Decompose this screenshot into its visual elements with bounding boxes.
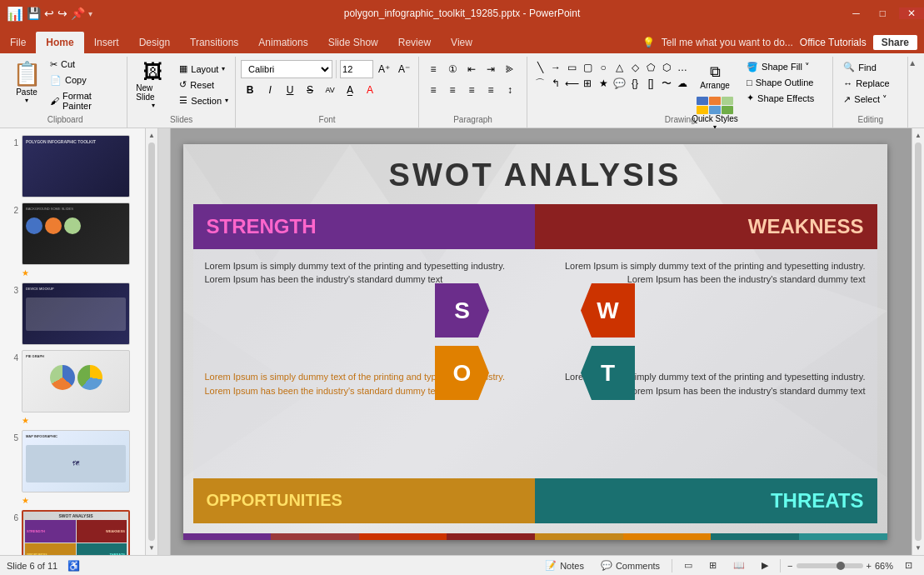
underline-button[interactable]: U (281, 81, 299, 99)
shape-rounded-rect[interactable]: ▢ (580, 60, 595, 75)
fit-window-button[interactable]: ⊡ (900, 558, 917, 572)
shape-triangle[interactable]: △ (612, 60, 627, 75)
select-button[interactable]: ↗Select ˅ (840, 92, 901, 107)
line-spacing-button[interactable]: ↕ (501, 81, 519, 99)
slide-thumb-4[interactable]: 4 PIE GRAPH ★ (5, 350, 140, 425)
align-center-button[interactable]: ≡ (443, 81, 462, 99)
zoom-slider[interactable] (797, 563, 863, 568)
normal-view-button[interactable]: ▭ (679, 558, 697, 572)
format-painter-button[interactable]: 🖌Format Painter (47, 89, 123, 112)
new-slide-button[interactable]: 🖼 New Slide ▾ (131, 57, 176, 112)
section-button[interactable]: ☰Section▾ (176, 93, 232, 108)
shape-hexa[interactable]: ⬡ (659, 60, 674, 75)
redo-icon[interactable]: ↪ (57, 7, 67, 20)
decrease-indent-button[interactable]: ⇤ (462, 60, 481, 78)
slide-thumb-3[interactable]: 3 DEVICE MOCKUP (5, 282, 140, 345)
close-button[interactable]: ✕ (899, 8, 924, 19)
shape-oval[interactable]: ○ (596, 60, 611, 75)
arrange-button[interactable]: ⧉ Arrange (690, 60, 740, 93)
slide-sorter-button[interactable]: ⊞ (704, 558, 722, 572)
zoom-thumb[interactable] (837, 562, 845, 570)
tab-insert[interactable]: Insert (84, 32, 129, 53)
share-button[interactable]: Share (873, 35, 917, 50)
justify-button[interactable]: ≡ (482, 81, 500, 99)
shape-connector[interactable]: ⟵ (564, 76, 579, 91)
bullets-button[interactable]: ≡ (424, 60, 442, 78)
ribbon-collapse-button[interactable]: ▲ (908, 58, 917, 68)
smallcaps-button[interactable]: AV (321, 81, 339, 99)
shape-penta[interactable]: ⬠ (643, 60, 658, 75)
reset-button[interactable]: ↺Reset (176, 78, 232, 92)
shape-outline-button[interactable]: □Shape Outline (743, 76, 835, 89)
pin-icon[interactable]: 📌 (71, 7, 85, 20)
increase-indent-button[interactable]: ⇥ (482, 60, 500, 78)
maximize-button[interactable]: □ (873, 8, 892, 19)
find-button[interactable]: 🔍Find (840, 60, 901, 74)
reading-view-button[interactable]: 📖 (728, 558, 750, 572)
slide-thumb-6[interactable]: 6 SWOT ANALYSIS STRENGTH WEAKNESS OPPORT… (5, 510, 140, 555)
replace-button[interactable]: ↔Replace (840, 77, 901, 90)
shape-rect[interactable]: ▭ (564, 60, 579, 75)
tab-home[interactable]: Home (36, 32, 83, 53)
shape-wave[interactable]: 〜 (659, 76, 674, 91)
tab-slideshow[interactable]: Slide Show (318, 32, 388, 53)
slide-panel-scrollbar[interactable]: ▲ ▼ (146, 128, 158, 555)
slide-thumb-2[interactable]: 2 BACKGROUND SOME SLIDES ★ (5, 202, 140, 278)
shape-more[interactable]: … (675, 60, 690, 75)
office-tutorials-link[interactable]: Office Tutorials (800, 37, 867, 48)
layout-button[interactable]: ▦Layout▾ (176, 62, 232, 76)
slide-thumb-5[interactable]: 5 MAP INFOGRAPHIC 🗺 ★ (5, 430, 140, 505)
tell-me-search[interactable]: Tell me what you want to do... (662, 37, 793, 48)
shape-callout[interactable]: 💬 (612, 76, 627, 91)
shape-block[interactable]: ⊞ (580, 76, 595, 91)
font-size-input[interactable] (340, 60, 373, 78)
align-left-button[interactable]: ≡ (424, 81, 442, 99)
align-right-button[interactable]: ≡ (462, 81, 481, 99)
scroll-up-arrow[interactable]: ▲ (148, 132, 155, 139)
zoom-in-button[interactable]: + (867, 561, 872, 571)
shape-bracket[interactable]: [] (643, 76, 658, 91)
scroll-down-arrow[interactable]: ▼ (148, 544, 155, 552)
tab-design[interactable]: Design (129, 32, 180, 53)
slide-thumb-1[interactable]: 1 POLYGON INFOGRAPHIC TOOLKIT (5, 135, 140, 198)
copy-button[interactable]: 📄Copy (47, 73, 123, 88)
italic-button[interactable]: I (261, 81, 279, 99)
shape-diamond[interactable]: ◇ (627, 60, 642, 75)
minimize-button[interactable]: ─ (846, 8, 867, 19)
shape-line[interactable]: ╲ (532, 60, 547, 75)
main-scroll-down[interactable]: ▼ (915, 544, 922, 552)
main-scroll-thumb[interactable] (915, 142, 922, 541)
zoom-out-button[interactable]: − (787, 561, 792, 571)
columns-button[interactable]: ⫸ (501, 60, 519, 78)
increase-font-button[interactable]: A⁺ (375, 60, 393, 78)
tab-review[interactable]: Review (388, 32, 441, 53)
shape-bend[interactable]: ↰ (548, 76, 563, 91)
cut-button[interactable]: ✂Cut (47, 58, 123, 72)
decrease-font-button[interactable]: A⁻ (395, 60, 413, 78)
font-color-button[interactable]: A (361, 81, 379, 99)
dropdown-icon[interactable]: ▾ (88, 9, 92, 18)
comments-button[interactable]: 💬 Comments (596, 558, 665, 572)
slideshow-button[interactable]: ▶ (757, 558, 773, 572)
scroll-thumb[interactable] (148, 142, 155, 541)
font-family-select[interactable]: Calibri (241, 60, 332, 78)
main-scrollbar[interactable]: ▲ ▼ (912, 128, 924, 555)
shape-cloud[interactable]: ☁ (675, 76, 690, 91)
numbering-button[interactable]: ① (443, 60, 462, 78)
notes-button[interactable]: 📝 Notes (540, 558, 589, 572)
undo-icon[interactable]: ↩ (44, 7, 54, 20)
shape-fill-button[interactable]: 🪣Shape Fill ˅ (743, 60, 835, 74)
shape-arrow[interactable]: → (548, 60, 563, 75)
paste-button[interactable]: 📋 Paste ▾ (7, 57, 47, 112)
tab-view[interactable]: View (441, 32, 482, 53)
shape-brace[interactable]: {} (627, 76, 642, 91)
shadow-button[interactable]: A̲ (341, 81, 359, 99)
quick-styles-button[interactable]: Quick Styles▾ (690, 95, 740, 132)
shape-star[interactable]: ★ (596, 76, 611, 91)
tab-animations[interactable]: Animations (248, 32, 317, 53)
tab-file[interactable]: File (0, 32, 36, 53)
shape-curved[interactable]: ⌒ (532, 76, 547, 91)
tab-transitions[interactable]: Transitions (180, 32, 248, 53)
main-scroll-up[interactable]: ▲ (915, 132, 922, 139)
strikethrough-button[interactable]: S (301, 81, 319, 99)
